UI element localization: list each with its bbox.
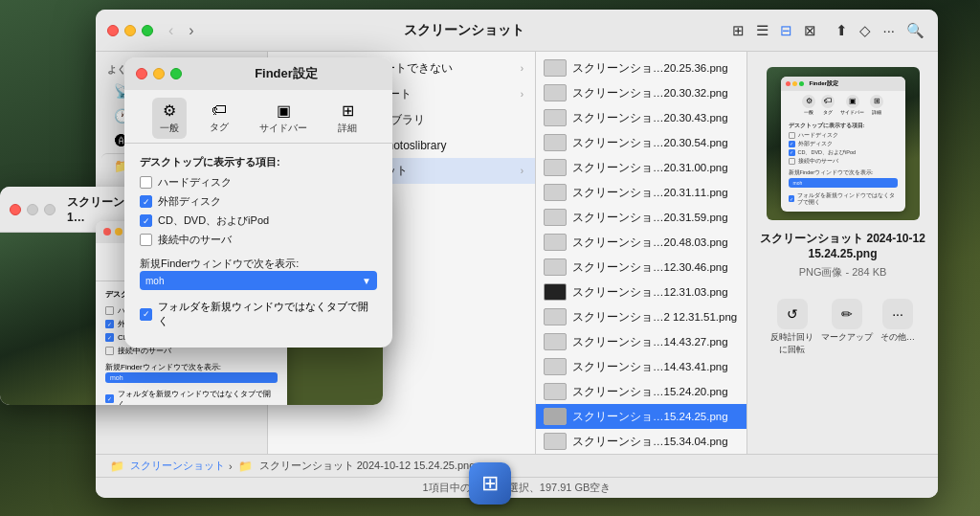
preview-fileinfo: PNG画像 - 284 KB: [759, 265, 926, 280]
mini-footer-checkbox: フォルダを新規ウィンドウではなくタブで開く: [789, 192, 898, 206]
more-icon: ···: [882, 299, 913, 329]
dialog-minimize-button[interactable]: [153, 68, 165, 79]
mini-titlebar: Finder設定: [781, 77, 905, 91]
tags-tab-label: タグ: [210, 121, 229, 134]
more-label: その他…: [880, 331, 915, 344]
markup-button[interactable]: ✏ マークアップ: [821, 299, 873, 356]
markup-icon: ✏: [832, 299, 862, 329]
finder-settings-dialog: Finder設定 ⚙ 一般 🏷 タグ ▣ サイドバー ⊞ 詳細 デスクトップに表…: [124, 57, 392, 348]
minimize-button[interactable]: [124, 25, 136, 36]
screenshot-item[interactable]: スクリーンショ…2 12.31.51.png: [536, 304, 746, 329]
dock-icon[interactable]: ⊞: [469, 462, 511, 505]
dialog-cb-server: 接続中のサーバ: [140, 233, 377, 247]
general-tab-icon: ⚙: [163, 101, 176, 120]
preview-filename: スクリーンショット 2024-10-12 15.24.25.png: [759, 232, 926, 261]
ql-new-window-row: 新規Finderウィンドウで次を表示:: [105, 362, 278, 372]
screenshot-item[interactable]: スクリーンショ…20.31.00.png: [536, 155, 746, 180]
mini-checkbox-hdd: ハードディスク: [789, 132, 898, 139]
file-name: スクリーンショ…15.24.25.png: [572, 410, 728, 424]
dialog-dropdown-text: moh: [145, 276, 362, 286]
file-thumbnail: [544, 109, 567, 126]
mini-tab-general: ⚙ 一般: [802, 95, 815, 115]
mini-cb-cd-icon: [789, 149, 795, 156]
dialog-close-button[interactable]: [136, 68, 147, 79]
rotate-label: 反時計回りに回転: [770, 331, 813, 356]
screenshot-item[interactable]: スクリーンショ…15.24.20.png: [536, 379, 746, 404]
screenshot-item[interactable]: スクリーンショ…20.31.11.png: [536, 180, 746, 205]
preview-image: Finder設定 ⚙ 一般 🏷 タグ ▣ サイドバー: [767, 67, 920, 220]
dialog-tab-general[interactable]: ⚙ 一般: [152, 98, 187, 139]
column-view-button[interactable]: ⊟: [778, 20, 794, 41]
rotate-button[interactable]: ↺ 反時計回りに回転: [770, 299, 813, 356]
screenshot-item[interactable]: スクリーンショ…14.43.41.png: [536, 354, 746, 379]
dialog-cb-cd-icon[interactable]: [140, 214, 152, 227]
share-button[interactable]: ⬆: [834, 20, 850, 41]
breadcrumb-folder-icon: 📁: [107, 460, 126, 473]
tag-button[interactable]: ◇: [858, 20, 873, 41]
screenshot-item[interactable]: スクリーンショ…20.30.54.png: [536, 130, 746, 155]
screenshot-item[interactable]: スクリーンショ…12.30.46.png: [536, 255, 746, 280]
mini-cb-hdd-label: ハードディスク: [798, 132, 838, 139]
ql-cb-cd-icon: [105, 333, 114, 342]
breadcrumb-folder[interactable]: スクリーンショット: [130, 459, 225, 473]
gallery-view-button[interactable]: ⊠: [802, 20, 818, 41]
screenshot-item[interactable]: スクリーンショ…12.31.03.png: [536, 280, 746, 304]
mini-checkbox-ext: 外部ディスク: [789, 141, 898, 147]
mini-tab-advanced: ⊞ 詳細: [870, 95, 883, 115]
list-view-button[interactable]: ☰: [754, 20, 770, 41]
screenshot-item[interactable]: スクリーンショ…14.43.27.png: [536, 329, 746, 354]
ql-close-button[interactable]: [10, 204, 21, 215]
dialog-footer-cb-icon[interactable]: [140, 308, 152, 321]
dialog-cb-hdd: ハードディスク: [140, 175, 377, 190]
screenshot-item-selected[interactable]: スクリーンショ…15.24.25.png: [536, 404, 746, 429]
screenshot-item[interactable]: スクリーンショ…15.34.04.png: [536, 429, 746, 454]
more-button[interactable]: ···: [880, 20, 897, 40]
dialog-cb-server-icon[interactable]: [140, 234, 152, 246]
file-thumbnail: [544, 408, 567, 425]
screenshot-list: スクリーンショ…20.25.36.png スクリーンショ…20.30.32.pn…: [536, 52, 746, 454]
ql-footer-cb: フォルダを新規ウィンドウではなくタブで開く: [105, 389, 278, 406]
forward-button[interactable]: ›: [185, 20, 197, 41]
folder-arrow-icon: ›: [521, 166, 523, 176]
back-button[interactable]: ‹: [165, 20, 177, 41]
mini-cb-server-label: 接続中のサーバ: [798, 158, 838, 165]
screenshot-item[interactable]: スクリーンショ…20.30.43.png: [536, 105, 746, 130]
ql-zoom-button: [44, 204, 56, 215]
more-actions-button[interactable]: ··· その他…: [880, 299, 915, 356]
dialog-new-window-label: 新規Finderウィンドウで次を表示:: [140, 257, 299, 271]
dialog-dropdown[interactable]: moh ▼: [140, 271, 377, 290]
zoom-button[interactable]: [142, 25, 153, 36]
icon-view-button[interactable]: ⊞: [730, 20, 746, 41]
dialog-tab-sidebar[interactable]: ▣ サイドバー: [252, 98, 315, 139]
search-button[interactable]: 🔍: [904, 20, 926, 41]
file-thumbnail: [544, 134, 567, 151]
dialog-tab-tags[interactable]: 🏷 タグ: [202, 98, 236, 139]
screenshot-item[interactable]: スクリーンショ…20.30.32.png: [536, 80, 746, 105]
dialog-cb-server-label: 接続中のサーバ: [158, 233, 232, 247]
screenshot-item[interactable]: スクリーンショ…20.48.03.png: [536, 230, 746, 255]
dialog-section-title: デスクトップに表示する項目:: [140, 155, 377, 169]
close-button[interactable]: [107, 25, 119, 36]
file-name: スクリーンショ…20.30.43.png: [572, 111, 728, 125]
preview-actions: ↺ 反時計回りに回転 ✏ マークアップ ··· その他…: [770, 299, 915, 356]
file-name: スクリーンショ…12.30.46.png: [572, 260, 728, 275]
screenshot-item[interactable]: スクリーンショ…20.31.59.png: [536, 205, 746, 230]
mini-cb-ext-icon: [789, 141, 795, 147]
toolbar-icons: ⊞ ☰ ⊟ ⊠ ⬆ ◇ ··· 🔍: [730, 20, 926, 41]
preview-panel: Finder設定 ⚙ 一般 🏷 タグ ▣ サイドバー: [746, 52, 938, 454]
ql-mini-minimize: [115, 228, 122, 236]
dialog-cb-hdd-icon[interactable]: [140, 176, 152, 189]
dialog-cb-ext-icon[interactable]: [140, 195, 152, 208]
mini-zoom: [799, 81, 804, 86]
ql-cb-tab-label: フォルダを新規ウィンドウではなくタブで開く: [118, 389, 278, 406]
dropdown-arrow-icon: ▼: [362, 276, 371, 286]
mini-dialog-title: Finder設定: [810, 79, 838, 88]
dialog-cb-ext-label: 外部ディスク: [158, 194, 221, 209]
screenshot-item[interactable]: スクリーンショ…20.25.36.png: [536, 56, 746, 80]
file-name: スクリーンショ…14.43.41.png: [572, 360, 728, 374]
dialog-tab-advanced[interactable]: ⊞ 詳細: [330, 98, 365, 139]
ql-cb-tab-icon: [105, 394, 114, 403]
file-thumbnail: [544, 234, 567, 251]
dialog-zoom-button[interactable]: [170, 68, 182, 79]
file-thumbnail: [544, 308, 567, 325]
